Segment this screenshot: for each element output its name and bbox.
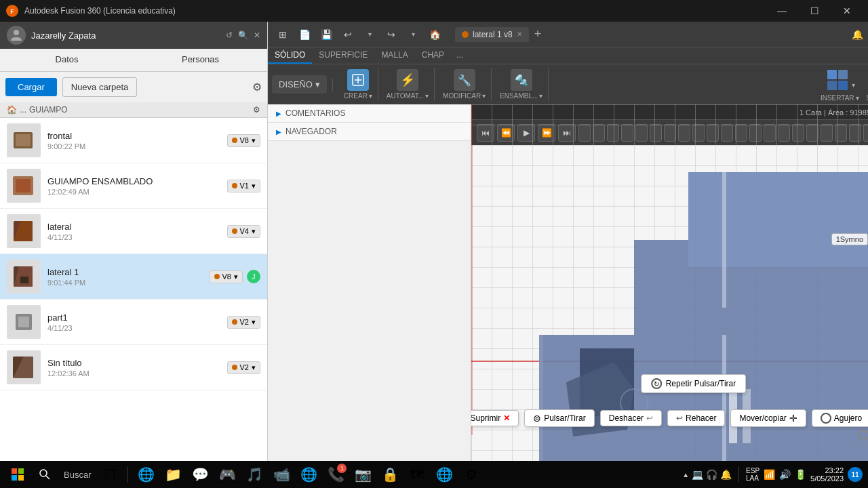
suprimir-button[interactable]: Suprimir ✕: [471, 410, 519, 426]
home-icon[interactable]: 🏠: [425, 25, 444, 44]
refresh-icon[interactable]: ↺: [226, 30, 233, 40]
phone-taskbar[interactable]: 📞 1: [323, 462, 348, 487]
insertar-group[interactable]: ▾ INSERTAR ▾: [821, 67, 859, 102]
file-version-lateral1[interactable]: V8 ▾: [210, 270, 243, 283]
agujero-icon: [821, 413, 831, 424]
maximize-button[interactable]: ☐: [799, 0, 830, 22]
start-button[interactable]: [5, 462, 30, 487]
breadcrumb-settings-icon[interactable]: ⚙: [253, 105, 260, 115]
svg-rect-38: [18, 475, 24, 481]
file-version-frontal[interactable]: V8 ▾: [227, 134, 260, 147]
expand-arrow-nav[interactable]: ▶: [276, 128, 281, 136]
rehacer-button[interactable]: ↩ Rehacer: [667, 410, 725, 426]
comments-section[interactable]: ▶ COMENTARIOS: [268, 104, 471, 123]
file-item-guiampo[interactable]: GUIAMPO ENSAMBLADO 12:02:49 AM V1 ▾: [0, 163, 267, 209]
tray-icon-2[interactable]: 🎧: [706, 469, 717, 480]
svg-rect-20: [838, 70, 848, 79]
minimize-button[interactable]: —: [766, 0, 797, 22]
tray-icon-3[interactable]: 🔔: [720, 469, 732, 480]
mode-tab-superficie[interactable]: SUPERFICIE: [312, 47, 374, 64]
file-version-lateral[interactable]: V4 ▾: [227, 225, 260, 238]
version-label: V8: [240, 136, 249, 144]
notifications-icon[interactable]: 🔔: [848, 25, 867, 44]
canvas-area[interactable]: 1Symno ▦ Crear conjunto de selección ✏ C…: [471, 104, 868, 461]
close-button[interactable]: ✕: [831, 0, 863, 22]
new-file-icon[interactable]: 📄: [295, 25, 314, 44]
file-item-lateral1[interactable]: lateral 1 9:01:44 PM V8 ▾ J: [0, 254, 267, 300]
zoom-taskbar[interactable]: 📹: [269, 462, 294, 487]
expand-tray-icon[interactable]: ▲: [682, 471, 689, 479]
edge-taskbar[interactable]: 🌐: [134, 462, 158, 487]
file-item-part1[interactable]: part1 4/11/23 V2 ▾: [0, 300, 267, 345]
ensambl-group[interactable]: 🔩 ENSAMBL... ▾: [494, 68, 549, 101]
vpn-taskbar[interactable]: 🔒: [378, 462, 402, 487]
modificar-label: MODIFICAR ▾: [443, 92, 486, 100]
phone-badge: 1: [337, 464, 347, 473]
chrome-taskbar[interactable]: 🌐: [296, 462, 321, 487]
file-item-frontal[interactable]: frontal 9:00:22 PM V8 ▾: [0, 118, 267, 163]
breadcrumb-folder[interactable]: GUIAMPO: [29, 105, 68, 115]
settings-icon[interactable]: ⚙: [252, 81, 262, 94]
teams-taskbar[interactable]: 💬: [188, 462, 212, 487]
redo-icon[interactable]: ↪: [382, 25, 401, 44]
network-icon[interactable]: 📶: [764, 469, 775, 480]
chrome2-taskbar[interactable]: 🌐: [432, 462, 456, 487]
maps-taskbar[interactable]: 🗺: [405, 462, 429, 487]
tab-personas[interactable]: Personas: [134, 49, 267, 71]
close-panel-icon[interactable]: ✕: [254, 30, 260, 40]
volume-icon[interactable]: 🔊: [779, 469, 791, 480]
notification-badge[interactable]: 11: [848, 467, 863, 482]
tab-close-icon[interactable]: ✕: [517, 30, 522, 38]
file-item-sintitulo[interactable]: Sin título 12:02:36 AM V2 ▾: [0, 345, 267, 390]
pulsar-tirar-label: Pulsar/Tirar: [544, 413, 586, 423]
mode-tab-malla[interactable]: MALLA: [374, 47, 414, 64]
deshacer-button[interactable]: Deshacer ↩: [600, 410, 662, 426]
new-tab-icon[interactable]: +: [534, 27, 542, 41]
spotify-taskbar[interactable]: 🎵: [242, 462, 267, 487]
expand-arrow-comments[interactable]: ▶: [276, 110, 281, 117]
instagram-taskbar[interactable]: 📷: [351, 462, 375, 487]
cargar-button[interactable]: Cargar: [5, 78, 57, 96]
mover-copiar-button[interactable]: Mover/copiar ✛: [730, 409, 806, 427]
undo-dropdown-icon[interactable]: ▾: [360, 25, 379, 44]
taskbar-clock[interactable]: 23:22 5/05/2023: [810, 466, 844, 483]
repeat-button[interactable]: ↻ Repetir Pulsar/Tirar: [641, 374, 747, 393]
fusion-taskbar[interactable]: ⚙: [459, 462, 484, 487]
repeat-label: Repetir Pulsar/Tirar: [666, 379, 736, 388]
undo-icon[interactable]: ↩: [338, 25, 357, 44]
doc-tab-lateral1[interactable]: lateral 1 v8 ✕: [455, 27, 529, 42]
modificar-group[interactable]: 🔧 MODIFICAR ▾: [437, 68, 492, 101]
navegador-section[interactable]: ▶ NAVEGADOR: [268, 123, 471, 141]
search-icon[interactable]: 🔍: [238, 30, 248, 40]
language-indicator[interactable]: ESP LAA: [746, 467, 760, 482]
user-avatar-j: J: [247, 270, 260, 283]
discord-taskbar[interactable]: 🎮: [215, 462, 239, 487]
search-taskbar[interactable]: [33, 462, 57, 487]
svg-rect-22: [838, 81, 848, 90]
redo-dropdown-icon[interactable]: ▾: [403, 25, 422, 44]
file-thumb-guiampo: [7, 169, 41, 203]
file-info-lateral: lateral 4/11/23: [47, 222, 227, 241]
file-item-lateral[interactable]: lateral 4/11/23 V4 ▾: [0, 209, 267, 254]
agujero-button[interactable]: Agujero: [812, 409, 868, 427]
tab-datos[interactable]: Datos: [0, 49, 134, 71]
search-text[interactable]: Buscar: [60, 470, 95, 480]
task-view-button[interactable]: ❐: [98, 462, 122, 487]
mode-tab-chap[interactable]: CHAP: [415, 47, 451, 64]
automat-group[interactable]: ⚡ AUTOMAT... ▾: [381, 68, 435, 101]
tray-icon-1[interactable]: 💻: [692, 469, 703, 480]
file-date-lateral1: 9:01:44 PM: [47, 279, 210, 287]
grid-icon[interactable]: ⊞: [273, 25, 292, 44]
explorer-taskbar[interactable]: 📁: [161, 462, 185, 487]
battery-icon[interactable]: 🔋: [795, 469, 806, 480]
crear-group[interactable]: CREAR ▾: [338, 68, 378, 101]
home-icon[interactable]: 🏠: [7, 105, 17, 115]
save-icon[interactable]: 💾: [317, 25, 336, 44]
pulsar-tirar-button[interactable]: ⊚ Pulsar/Tirar: [524, 409, 595, 427]
file-version-sintitulo[interactable]: V2 ▾: [227, 361, 260, 374]
file-version-guiampo[interactable]: V1 ▾: [227, 180, 260, 192]
design-dropdown[interactable]: DISEÑO ▾: [272, 75, 327, 94]
nueva-carpeta-button[interactable]: Nueva carpeta: [62, 77, 138, 97]
mode-tab-solido[interactable]: SÓLIDO: [268, 47, 312, 64]
file-version-part1[interactable]: V2 ▾: [227, 316, 260, 329]
